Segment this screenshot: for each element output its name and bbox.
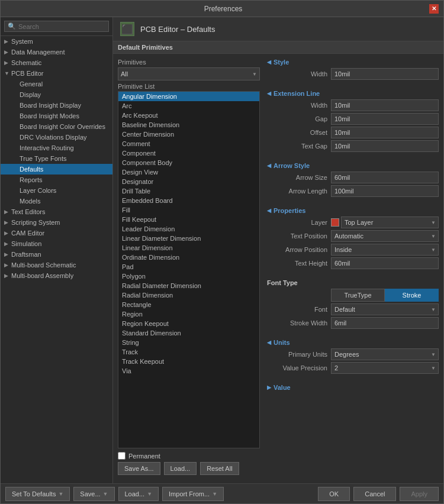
arrow-size-input[interactable] — [331, 172, 439, 183]
primitive-item[interactable]: Pad — [118, 262, 259, 272]
sidebar-item-simulation[interactable]: Simulation — [1, 238, 112, 249]
sidebar-item-pcb-editor[interactable]: PCB Editor — [1, 68, 112, 79]
permanent-checkbox[interactable] — [118, 452, 126, 460]
arrow-size-row: Arrow Size — [266, 172, 439, 183]
sidebar-item-true-type-fonts[interactable]: True Type Fonts — [1, 153, 112, 164]
primitive-item[interactable]: Arc — [118, 101, 259, 111]
primitive-item[interactable]: Designator — [118, 177, 259, 186]
cancel-button[interactable]: Cancel — [353, 487, 396, 501]
primitive-item[interactable]: Track Keepout — [118, 357, 259, 366]
sidebar-item-system[interactable]: System — [1, 36, 112, 47]
arrow-icon — [4, 60, 11, 66]
ext-textgap-input[interactable] — [331, 140, 439, 152]
sidebar-item-draftsman[interactable]: Draftsman — [1, 249, 112, 260]
primitive-item[interactable]: Drill Table — [118, 186, 259, 196]
sidebar-item-board-insight-modes[interactable]: Board Insight Modes — [1, 111, 112, 121]
collapse-icon: ◀ — [267, 91, 271, 96]
primitive-item[interactable]: Comment — [118, 139, 259, 148]
sidebar-item-board-insight-color-overrides[interactable]: Board Insight Color Overrides — [1, 121, 112, 132]
truetype-button[interactable]: TrueType — [331, 289, 385, 302]
ext-gap-input[interactable] — [331, 113, 439, 125]
primitive-item[interactable]: Polygon — [118, 272, 259, 281]
primitive-item[interactable]: Arc Keepout — [118, 111, 259, 120]
primitive-item[interactable]: Component Body — [118, 158, 259, 167]
layer-select-inner: Top Layer — [341, 217, 439, 228]
primitives-select-wrap[interactable]: All — [118, 67, 260, 80]
import-from-button[interactable]: Import From... ▼ — [162, 487, 224, 501]
sidebar-item-board-insight-display[interactable]: Board Insight Display — [1, 100, 112, 111]
primitive-item[interactable]: Region Keepout — [118, 319, 259, 328]
primitive-item[interactable]: Fill — [118, 205, 259, 215]
sidebar-item-drc-violations-display[interactable]: DRC Violations Display — [1, 132, 112, 143]
sidebar-item-text-editors[interactable]: Text Editors — [1, 206, 112, 217]
load-footer-button[interactable]: Load... ▼ — [118, 487, 159, 501]
layer-select[interactable]: Top Layer — [341, 217, 439, 228]
primitive-item[interactable]: Component — [118, 148, 259, 158]
sidebar-item-models[interactable]: Models — [1, 196, 112, 206]
search-input[interactable] — [18, 23, 105, 30]
arrow-icon — [4, 273, 11, 279]
ok-button[interactable]: OK — [318, 487, 350, 501]
primitive-item[interactable]: Region — [118, 309, 259, 319]
save-button[interactable]: Save... ▼ — [73, 487, 114, 501]
sidebar-item-display[interactable]: Display — [1, 89, 112, 100]
sidebar-item-label: System — [11, 38, 33, 45]
primitive-item[interactable]: Standard Dimension — [118, 328, 259, 338]
sidebar-item-reports[interactable]: Reports — [1, 175, 112, 185]
reset-all-button[interactable]: Reset All — [200, 462, 239, 475]
search-wrap[interactable]: 🔍 — [4, 21, 109, 32]
primitive-item[interactable]: Design View — [118, 167, 259, 177]
primitive-list[interactable]: Angular DimensionArcArc KeepoutBaseline … — [118, 91, 260, 448]
text-position-select[interactable]: Automatic — [331, 230, 439, 242]
sidebar-item-scripting-system[interactable]: Scripting System — [1, 217, 112, 228]
primitive-item[interactable]: Rectangle — [118, 300, 259, 309]
sidebar-item-schematic[interactable]: Schematic — [1, 57, 112, 68]
primitive-item[interactable]: String — [118, 338, 259, 347]
font-select[interactable]: Default — [331, 303, 439, 315]
set-to-defaults-button[interactable]: Set To Defaults ▼ — [5, 487, 70, 501]
sidebar-item-multi-board-schematic[interactable]: Multi-board Schematic — [1, 260, 112, 270]
units-title: ◀ Units — [266, 339, 439, 346]
sidebar-item-layer-colors[interactable]: Layer Colors — [1, 185, 112, 196]
primitive-item[interactable]: Via — [118, 366, 259, 376]
text-height-input[interactable] — [331, 257, 439, 269]
primitive-item[interactable]: Track — [118, 347, 259, 357]
primitive-item[interactable]: Center Dimension — [118, 130, 259, 139]
value-precision-select[interactable]: 2 — [331, 362, 439, 374]
ext-width-input[interactable] — [331, 99, 439, 111]
primitive-item[interactable]: Ordinate Dimension — [118, 253, 259, 262]
apply-button[interactable]: Apply — [400, 487, 439, 501]
arrow-icon — [4, 230, 11, 236]
primitive-item[interactable]: Radial Diameter Dimension — [118, 281, 259, 290]
save-as-button[interactable]: Save As... — [118, 462, 160, 475]
ext-offset-input[interactable] — [331, 127, 439, 138]
sidebar-item-cam-editor[interactable]: CAM Editor — [1, 228, 112, 238]
primary-units-label: Primary Units — [266, 351, 331, 358]
width-input[interactable] — [331, 68, 439, 80]
sidebar-item-multi-board-assembly[interactable]: Multi-board Assembly — [1, 270, 112, 281]
primitive-list-label: Primitive List — [118, 83, 260, 90]
sidebar-item-general[interactable]: General — [1, 79, 112, 89]
primitive-item[interactable]: Linear Diameter Dimension — [118, 234, 259, 243]
primitives-select[interactable]: All — [118, 67, 260, 80]
load-button[interactable]: Load... — [164, 462, 197, 475]
arrow-length-input[interactable] — [331, 185, 439, 197]
sidebar-item-defaults[interactable]: Defaults — [1, 164, 112, 175]
primitive-item[interactable]: Fill Keepout — [118, 215, 259, 224]
sidebar-item-interactive-routing[interactable]: Interactive Routing — [1, 143, 112, 153]
arrow-position-select[interactable]: Inside — [331, 244, 439, 256]
primary-units-select[interactable]: Degrees — [331, 348, 439, 360]
primitive-item[interactable]: Radial Dimension — [118, 290, 259, 300]
stroke-width-input[interactable] — [331, 317, 439, 329]
sidebar-item-label: CAM Editor — [11, 230, 44, 237]
primitive-item[interactable]: Baseline Dimension — [118, 120, 259, 130]
close-button[interactable]: ✕ — [429, 4, 439, 14]
stroke-button[interactable]: Stroke — [385, 289, 439, 302]
sidebar-item-label: Defaults — [20, 166, 43, 173]
primitive-item[interactable]: Linear Dimension — [118, 243, 259, 253]
sidebar-item-label: Reports — [20, 176, 43, 183]
primitive-item[interactable]: Embedded Board — [118, 196, 259, 205]
sidebar-item-data-management[interactable]: Data Management — [1, 47, 112, 57]
primitive-item[interactable]: Leader Dimension — [118, 224, 259, 234]
primitive-item[interactable]: Angular Dimension — [118, 92, 259, 101]
